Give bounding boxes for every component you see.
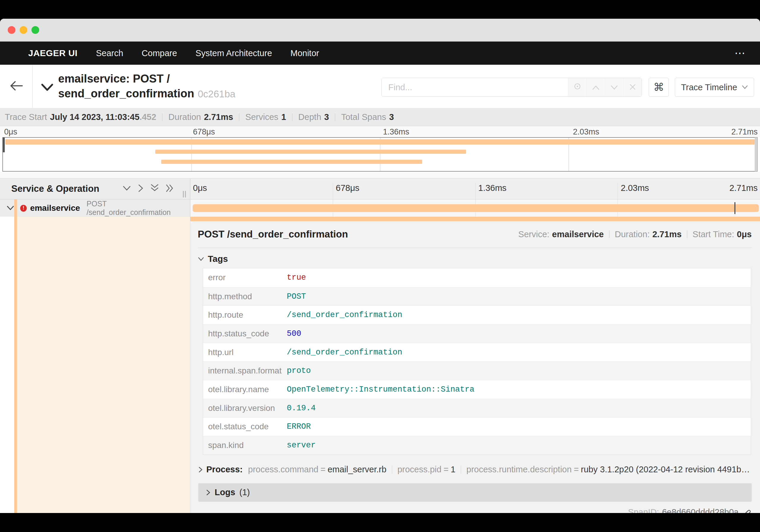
trace-start-value: July 14 2023, 11:03:45 (50, 112, 140, 122)
trace-view-selector[interactable]: Trace Timeline (675, 78, 754, 97)
tags-table: error true http.method POST http.route /… (203, 268, 751, 455)
tag-value: proto (287, 366, 311, 375)
logs-label: Logs (214, 487, 235, 497)
span-timeline-cell[interactable] (190, 200, 760, 217)
tag-key: error (203, 273, 287, 282)
start-time-value: 0μs (737, 229, 752, 239)
services-label: Services (245, 112, 278, 122)
tag-key: otel.library.version (203, 404, 287, 413)
prev-match-button[interactable] (586, 78, 605, 96)
span-name-cell[interactable]: ! emailservice POST /send_order_confirma… (0, 200, 190, 217)
nav-item-system-architecture[interactable]: System Architecture (195, 48, 272, 58)
tag-value: OpenTelemetry::Instrumentation::Sinatra (287, 385, 474, 394)
tag-row: otel.status_code ERROR (203, 417, 751, 436)
zoom-window-icon[interactable] (31, 26, 39, 34)
tag-value: /send_order_confirmation (287, 348, 402, 357)
tag-value: /send_order_confirmation (287, 311, 402, 319)
equals-sign: = (444, 464, 449, 474)
tag-key: internal.span.format (203, 366, 287, 375)
timeline-header: 0μs 678μs 1.36ms 2.03ms 2.71ms (190, 178, 760, 199)
next-match-button[interactable] (605, 78, 623, 96)
minimap-span-bar (161, 160, 422, 164)
timeline-tick: 1.36ms (478, 183, 506, 193)
depth-value: 3 (324, 112, 329, 122)
chevron-right-icon (206, 489, 211, 496)
tag-value: true (287, 273, 306, 282)
trace-minimap[interactable] (2, 137, 758, 171)
logs-section-toggle[interactable]: Logs (1) (198, 483, 752, 502)
clear-find-button[interactable] (623, 78, 641, 96)
tag-row: http.route /send_order_confirmation (203, 306, 751, 324)
nav-item-search[interactable]: Search (96, 48, 123, 58)
close-window-icon[interactable] (8, 26, 16, 34)
ruler-tick: 2.71ms (731, 127, 758, 137)
process-key: process.command (248, 464, 318, 474)
span-detail-region: POST /send_order_confirmation Service: e… (0, 217, 760, 513)
service-operation-label: Service & Operation (11, 183, 99, 194)
find-input[interactable] (382, 78, 568, 96)
tag-key: http.route (203, 310, 287, 320)
collapse-one-chevron-down-icon[interactable] (122, 185, 131, 192)
back-button[interactable] (0, 65, 33, 108)
screen: JAEGER UI Search Compare System Architec… (0, 0, 760, 532)
jaeger-logo[interactable]: JAEGER UI (28, 48, 77, 58)
minimap-scrubber-right[interactable] (755, 137, 757, 171)
trace-start-label: Trace Start (5, 112, 47, 122)
divider (239, 114, 239, 121)
copy-link-icon[interactable] (741, 508, 751, 513)
expand-one-chevron-right-icon[interactable] (138, 184, 144, 194)
process-value: 1 (451, 464, 455, 474)
nav-item-monitor[interactable]: Monitor (290, 48, 319, 58)
span-id-footer: SpanID: 6e8d660dddd28b0a (628, 508, 751, 513)
nav-item-compare[interactable]: Compare (142, 48, 177, 58)
tags-section-toggle[interactable]: Tags (198, 253, 752, 265)
column-resize-handle[interactable] (183, 191, 186, 197)
span-row[interactable]: ! emailservice POST /send_order_confirma… (0, 200, 760, 217)
collapse-span-chevron-down-icon[interactable] (7, 206, 14, 211)
tag-value: server (287, 441, 315, 450)
chevron-down-icon (198, 257, 204, 261)
trace-page-header: emailservice: POST / send_order_confirma… (0, 65, 760, 108)
overflow-menu-icon[interactable]: ⋯ (735, 47, 746, 59)
tag-key: span.kind (203, 441, 287, 450)
arrow-left-icon (10, 81, 23, 92)
total-spans-value: 3 (389, 112, 394, 122)
span-duration-bar[interactable] (193, 204, 759, 212)
start-time-label: Start Time: (692, 229, 734, 239)
minimap-scrubber-left[interactable] (3, 137, 5, 152)
tag-key: http.status_code (203, 329, 287, 338)
minimap-span-bar (5, 139, 755, 145)
process-key: process.runtime.description (466, 464, 572, 474)
tag-value: POST (287, 292, 306, 301)
depth-label: Depth (298, 112, 321, 122)
span-detail-panel: POST /send_order_confirmation Service: e… (190, 217, 760, 513)
timeline-gridline (475, 183, 476, 199)
command-icon: ⌘ (653, 81, 664, 93)
chevron-down-icon (610, 82, 618, 92)
divider (335, 114, 335, 121)
expand-collapse-controls (122, 184, 174, 194)
services-value: 1 (281, 112, 286, 122)
minimize-window-icon[interactable] (20, 26, 27, 34)
ruler-tick: 1.36ms (383, 127, 409, 137)
ruler-tick: 0μs (4, 127, 17, 137)
focus-match-button[interactable] (568, 78, 586, 96)
minimap-span-bar (155, 150, 466, 154)
divider (687, 230, 687, 238)
log-event-tick[interactable] (735, 202, 736, 214)
tag-row: span.kind server (203, 436, 751, 455)
collapse-all-double-chevron-down-icon[interactable] (150, 184, 159, 194)
process-section-toggle[interactable]: Process: process.command = email_server.… (198, 464, 752, 476)
expand-all-double-chevron-right-icon[interactable] (166, 184, 174, 194)
equals-sign: = (320, 464, 325, 474)
process-value: email_server.rb (327, 464, 386, 474)
service-color-stripe (14, 200, 17, 217)
service-name: emailservice (30, 203, 80, 213)
timeline-tick: 2.71ms (730, 183, 758, 193)
keyboard-shortcuts-button[interactable]: ⌘ (649, 78, 669, 97)
tag-value: 0.19.4 (287, 404, 315, 413)
timeline-tick: 0μs (193, 183, 207, 193)
duration-value: 2.71ms (204, 112, 233, 122)
collapse-trace-chevron-down-icon[interactable] (41, 83, 53, 93)
trace-stats-bar: Trace Start July 14 2023, 11:03:45.452 D… (0, 108, 760, 126)
